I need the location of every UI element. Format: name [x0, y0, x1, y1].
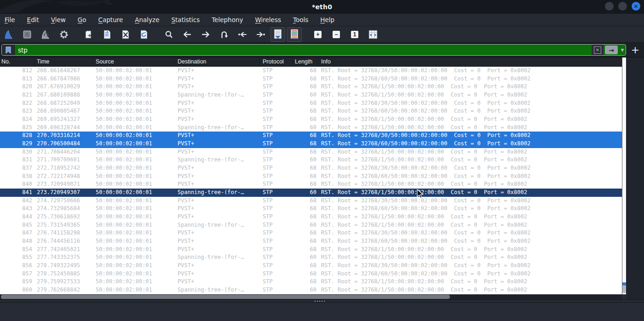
- cell-time: 270.706500484: [35, 140, 93, 148]
- maximize-button[interactable]: [618, 2, 627, 11]
- menu-item-statistics[interactable]: Statistics: [165, 16, 206, 23]
- add-filter-button[interactable]: +: [629, 43, 641, 57]
- splitter-handle[interactable]: [315, 301, 325, 302]
- scrollbar-thumb[interactable]: [622, 285, 626, 293]
- cell-destination: PVST+: [175, 213, 260, 221]
- next-packet-button[interactable]: [200, 28, 212, 41]
- cell-protocol: STP: [260, 246, 293, 254]
- cell-info: RST. Root = 32768/60/50:00:00:02:00:00 C…: [318, 140, 622, 148]
- column-header-info[interactable]: Info: [318, 57, 622, 66]
- find-packet-button[interactable]: [163, 28, 175, 41]
- cell-length: 68: [293, 148, 318, 156]
- menu-item-file[interactable]: File: [5, 16, 21, 23]
- normal-size-button[interactable]: 1: [349, 28, 361, 41]
- cell-info: RST. Root = 32768/1/50:00:00:02:00:00 Co…: [318, 189, 622, 197]
- menu-item-view[interactable]: View: [45, 16, 72, 23]
- resize-columns-button[interactable]: [367, 28, 379, 41]
- packet-row[interactable]: 824269.69524132750:00:00:02:00:01PVST+ST…: [0, 115, 622, 124]
- packet-row[interactable]: 857278.75245088550:00:00:02:00:01PVST+ST…: [0, 270, 622, 278]
- menu-item-capture[interactable]: Capture: [92, 16, 129, 23]
- menu-item-edit[interactable]: Edit: [21, 16, 45, 23]
- column-header-protocol[interactable]: Protocol: [260, 57, 293, 66]
- first-packet-button[interactable]: [236, 28, 248, 41]
- packet-row[interactable]: 856278.74932249550:00:00:02:00:01PVST+ST…: [0, 262, 622, 270]
- horizontal-scrollbar[interactable]: [0, 294, 622, 299]
- packet-row[interactable]: 812266.66164826750:00:00:02:00:01PVST+ST…: [0, 67, 622, 75]
- filter-bookmark-button[interactable]: [2, 45, 15, 55]
- menu-item-go[interactable]: Go: [72, 16, 92, 23]
- restart-capture-button[interactable]: [40, 28, 52, 41]
- cell-source: 50:00:00:02:00:01: [93, 115, 175, 124]
- packet-row[interactable]: 844275.73061869250:00:00:02:00:01PVST+ST…: [0, 213, 622, 221]
- start-capture-button[interactable]: [3, 28, 15, 41]
- cell-time: 266.667847086: [35, 75, 93, 83]
- packet-row[interactable]: 825269.69632874450:00:00:02:00:01Spannin…: [0, 124, 622, 132]
- packet-row[interactable]: 848276.74445611650:00:00:02:00:01PVST+ST…: [0, 237, 622, 246]
- close-file-button[interactable]: [120, 28, 132, 41]
- packet-row[interactable]: 822268.68725204950:00:00:02:00:01PVST+ST…: [0, 99, 622, 108]
- packet-row[interactable]: 854277.74240502150:00:00:02:00:01PVST+ST…: [0, 246, 622, 254]
- packet-row[interactable]: 859279.75992753350:00:00:02:00:01PVST+ST…: [0, 278, 622, 286]
- packet-row[interactable]: 855277.74335237550:00:00:02:00:01Spannin…: [0, 253, 622, 262]
- auto-scroll-toggle[interactable]: [270, 27, 285, 42]
- cell-protocol: STP: [260, 286, 293, 294]
- colorize-toggle[interactable]: [287, 27, 302, 42]
- display-filter-field: ✕ → ▼: [1, 44, 626, 56]
- menu-item-analyze[interactable]: Analyze: [129, 16, 165, 23]
- cell-length: 68: [293, 83, 318, 91]
- packet-row[interactable]: 823268.69080546750:00:00:02:00:01PVST+ST…: [0, 107, 622, 115]
- packet-row[interactable]: 842274.72975066650:00:00:02:00:01PVST+ST…: [0, 197, 622, 205]
- column-header-destination[interactable]: Destination: [175, 57, 260, 66]
- cell-destination: PVST+: [175, 148, 260, 156]
- filter-apply-button[interactable]: →: [605, 46, 618, 54]
- cell-destination: Spanning-tree-(for-…: [175, 156, 260, 164]
- capture-options-button[interactable]: [58, 28, 70, 41]
- column-header-source[interactable]: Source: [93, 57, 175, 66]
- horizontal-scrollbar-thumb[interactable]: [1, 295, 450, 299]
- zoom-out-button[interactable]: −: [330, 28, 342, 41]
- menu-item-help[interactable]: Help: [314, 16, 340, 23]
- column-header-time[interactable]: Time: [35, 57, 93, 66]
- menu-item-telephony[interactable]: Telephony: [206, 16, 249, 23]
- save-file-button[interactable]: [101, 28, 113, 41]
- packet-row[interactable]: 837272.71895274250:00:00:02:00:01PVST+ST…: [0, 164, 622, 172]
- packet-row[interactable]: 845275.73154936550:00:00:02:00:01Spannin…: [0, 221, 622, 229]
- packet-row[interactable]: 847276.74115829850:00:00:02:00:01PVST+ST…: [0, 229, 622, 237]
- cell-info: RST. Root = 32768/30/50:00:00:02:00:00 C…: [318, 229, 622, 237]
- open-file-button[interactable]: [83, 28, 95, 41]
- packet-row[interactable]: 830271.70844620450:00:00:02:00:01PVST+ST…: [0, 148, 622, 156]
- packet-row[interactable]: 829270.70650048450:00:00:02:00:01PVST+ST…: [0, 140, 622, 148]
- cell-destination: Spanning-tree-(for-…: [175, 253, 260, 262]
- packet-list-scrollbar[interactable]: [622, 57, 626, 294]
- packet-row[interactable]: 831271.70970060150:00:00:02:00:01Spannin…: [0, 156, 622, 164]
- display-filter-input[interactable]: [15, 45, 592, 55]
- packet-row[interactable]: 813266.66784708650:00:00:02:00:01PVST+ST…: [0, 75, 622, 83]
- column-header-no[interactable]: No.: [0, 57, 35, 66]
- filter-clear-button[interactable]: ✕: [592, 45, 604, 55]
- filter-dropdown-button[interactable]: ▼: [619, 48, 626, 52]
- reload-file-button[interactable]: [138, 28, 150, 41]
- packet-row[interactable]: 820267.67691002950:00:00:02:00:01PVST+ST…: [0, 83, 622, 91]
- packet-row[interactable]: 860279.76266884250:00:00:02:00:01Spannin…: [0, 286, 622, 294]
- packet-row[interactable]: 821267.68010988850:00:00:02:00:01Spannin…: [0, 91, 622, 99]
- reload-file-icon: [139, 29, 149, 40]
- packet-row[interactable]: 838272.72217494850:00:00:02:00:01PVST+ST…: [0, 172, 622, 181]
- go-to-packet-button[interactable]: [218, 28, 230, 41]
- cell-destination: PVST+: [175, 172, 260, 181]
- cell-time: 279.759927533: [35, 278, 93, 286]
- packet-row[interactable]: 840273.72094907150:00:00:02:00:01PVST+ST…: [0, 180, 622, 189]
- cell-no: 847: [0, 229, 35, 237]
- close-button[interactable]: ✕: [632, 2, 640, 11]
- column-header-length[interactable]: Length: [293, 57, 318, 66]
- packet-row[interactable]: 828270.70331621450:00:00:02:00:01PVST+ST…: [0, 132, 622, 140]
- pane-splitter[interactable]: [0, 299, 644, 303]
- menu-item-tools[interactable]: Tools: [287, 16, 314, 23]
- stop-capture-button[interactable]: [21, 28, 33, 41]
- previous-packet-button[interactable]: [181, 28, 193, 41]
- zoom-in-button[interactable]: +: [312, 28, 324, 41]
- packet-row[interactable]: 843274.73298568450:00:00:02:00:01PVST+ST…: [0, 205, 622, 213]
- minimize-button[interactable]: [605, 2, 614, 11]
- menu-item-wireless[interactable]: Wireless: [249, 16, 287, 23]
- last-packet-button[interactable]: [255, 28, 267, 41]
- packet-row[interactable]: 841273.72094930750:00:00:02:00:01Spannin…: [0, 189, 622, 197]
